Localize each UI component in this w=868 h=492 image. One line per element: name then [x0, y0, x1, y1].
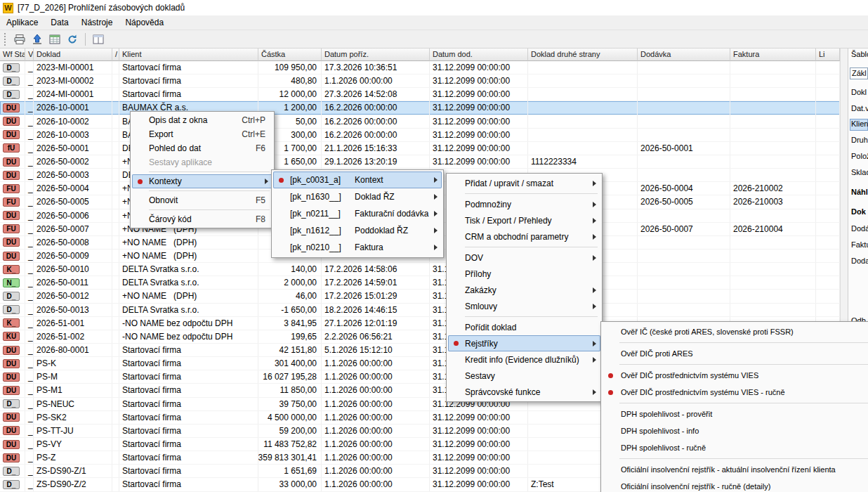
side-panel-item-dokl[interactable]: Dokl: [850, 87, 868, 99]
menu-item-obnovit[interactable]: ObnovitF5: [132, 193, 272, 207]
side-panel-item-doda[interactable]: Doda: [850, 256, 868, 268]
cell-sort: [112, 115, 119, 128]
table-row[interactable]: D__2023-MI-00002Startovací firma480,801.…: [0, 75, 840, 88]
menu-item-poridit-doklad[interactable]: Pořídit doklad: [448, 319, 600, 335]
print-icon[interactable]: [12, 32, 27, 47]
column-header-dds[interactable]: Doklad druhé strany: [528, 48, 638, 61]
cell-v: _: [25, 438, 34, 451]
menu-item-dov[interactable]: DOV: [448, 250, 600, 266]
menu-item-opis-dat-z-okna[interactable]: Opis dat z oknaCtrl+P: [132, 113, 272, 127]
menu-item-tisk-export-prehledy[interactable]: Tisk / Export / Přehledy: [448, 212, 600, 228]
cell-faktura: [730, 101, 816, 114]
menu-item-kontext[interactable]: [pk_c0031_a]Kontext: [273, 171, 442, 188]
table-row[interactable]: DU_2026-10-0002BA50,0016.2.2026 00:00:00…: [0, 115, 840, 129]
menu-item-oficialni-insolvencni-rejstrik-rucne-detai[interactable]: Oficiální insolvenční rejstřík - ručně (…: [603, 478, 868, 492]
menu-item-label: DOV: [465, 253, 483, 263]
menubar-item-aplikace[interactable]: Aplikace: [0, 16, 44, 29]
table-row[interactable]: fU_2026-50-0001DE1 700,0021.1.2026 15:16…: [0, 142, 840, 155]
cell-dodavka: 2026-50-0005: [638, 195, 730, 208]
side-panel-item-doda[interactable]: Dodá: [850, 224, 868, 235]
menu-item-faktura[interactable]: [pk_n0210__]Faktura: [273, 239, 442, 256]
refresh-icon[interactable]: [65, 32, 80, 47]
menu-item-pohled-do-dat[interactable]: Pohled do datF6: [132, 141, 272, 155]
cell-v: _: [25, 330, 34, 343]
column-header-wf[interactable]: Wf Stav: [0, 48, 25, 61]
table-row[interactable]: D__2024-MI-00001Startovací firma12 000,0…: [0, 88, 840, 101]
menu-separator: [465, 193, 598, 194]
menu-item-pridat-upravit-smazat[interactable]: Přidat / upravit / smazat: [448, 175, 600, 191]
column-header-sort[interactable]: /: [112, 48, 119, 61]
table-row[interactable]: DU_2026-10-0003BA300,0016.2.2026 00:00:0…: [0, 129, 840, 142]
table-row[interactable]: D__2023-MI-00001Startovací firma109 950,…: [0, 61, 840, 75]
column-header-dodavka[interactable]: Dodávka: [638, 48, 730, 61]
side-panel-item-sablo[interactable]: Šablo: [850, 49, 868, 61]
table-row[interactable]: N__2026-50-0011DELTA Svratka s.r.o.2 000…: [0, 276, 840, 290]
side-panel-item-dok[interactable]: Dok: [850, 207, 868, 219]
status-badge: D_: [3, 399, 20, 408]
menu-item-over-ic-ceske-proti-ares-slovenske-proti-f[interactable]: Ověř IČ (české proti ARES, slovenské pro…: [603, 323, 868, 340]
submenu-kontext: Přidat / upravit / smazatPodmnožinyTisk …: [446, 173, 603, 402]
titlebar: W [77_D_2026] Prohlížení zásobových dokl…: [0, 0, 868, 15]
table-row[interactable]: D__2026-50-0012+NO NAME (DPH)46,0017.2.2…: [0, 290, 840, 303]
side-panel-item-sklad[interactable]: Sklad: [850, 167, 868, 179]
cell-sort: [112, 169, 119, 181]
cell-doklad: 2026-50-0002: [34, 155, 112, 168]
menu-item-over-dic-proti-ares[interactable]: Ověř DIČ proti ARES: [603, 345, 868, 362]
export-icon[interactable]: [29, 32, 45, 47]
menu-item-podmnoziny[interactable]: Podmnožiny: [448, 196, 600, 212]
data-table-icon[interactable]: [47, 32, 63, 47]
column-header-klient[interactable]: Klient: [119, 48, 258, 61]
column-header-datum_dod[interactable]: Datum dod.: [430, 48, 528, 61]
menu-item-over-dic-prostrednictvim-systemu-vies[interactable]: Ověř DIČ prostřednictvím systému VIES: [603, 367, 868, 384]
column-header-castka[interactable]: Částka: [258, 48, 322, 61]
menubar-item-napoveda[interactable]: Nápověda: [119, 16, 170, 29]
table-row[interactable]: DU_2026-50-0002+N1 650,0029.1.2026 13:20…: [0, 155, 840, 169]
cell-wf: D_: [0, 478, 25, 491]
menubar-item-data[interactable]: Data: [44, 16, 74, 29]
menu-item-dph-spolehlivost-rucne[interactable]: DPH spolehlivost - ručně: [603, 439, 868, 456]
menu-item-zakazky[interactable]: Zakázky: [448, 282, 600, 298]
menu-item-oficialni-insolvencni-rejstrik-aktualni-in[interactable]: Oficiální insolvenční rejstřík - aktuáln…: [603, 461, 868, 478]
menu-item-kontexty[interactable]: Kontexty: [132, 174, 272, 188]
cell-castka: 109 950,00: [258, 61, 322, 74]
side-panel-item-druh[interactable]: Druh: [850, 135, 868, 147]
columns-icon[interactable]: [91, 32, 106, 47]
column-header-datum_poriz[interactable]: Datum poříz.: [322, 48, 430, 61]
column-header-v[interactable]: V: [25, 48, 34, 61]
cell-klient: Startovací firma: [119, 478, 258, 491]
side-panel-item-klien[interactable]: Klien: [850, 119, 868, 131]
menu-item-kredit-info-evidence-dluzniku[interactable]: Kredit info (Evidence dlužníků): [448, 351, 600, 368]
cell-wf: DU: [0, 411, 25, 424]
menu-item-rejstriky[interactable]: Rejstříky: [448, 335, 600, 351]
table-row[interactable]: D__2026-50-0013DELTA Svratka s.r.o.-1 65…: [0, 304, 840, 317]
menu-item-fakturacni-dodavka[interactable]: [pk_n0211__]Fakturační dodávka: [273, 205, 442, 222]
menu-item-over-dic-prostrednictvim-systemu-vies-rucn[interactable]: Ověř DIČ prostřednictvím systému VIES - …: [603, 384, 868, 401]
side-panel-item-nahl[interactable]: Náhl: [850, 187, 868, 199]
table-row[interactable]: K__2026-50-0010DELTA Svratka s.r.o.140,0…: [0, 263, 840, 276]
side-panel-item-poloz[interactable]: Polož: [850, 151, 868, 163]
column-header-doklad[interactable]: Doklad: [34, 48, 112, 61]
menu-item-dph-spolehlivost-proverit[interactable]: DPH spolehlivost - prověřit: [603, 406, 868, 422]
cell-dodavka: [638, 61, 730, 74]
menu-item-carovy-kod[interactable]: Čárový kódF8: [132, 212, 272, 226]
column-header-li[interactable]: Li: [816, 48, 840, 61]
side-panel-item-faktu[interactable]: Faktu: [850, 240, 868, 252]
menu-item-dph-spolehlivost-info[interactable]: DPH spolehlivost - info: [603, 422, 868, 439]
menu-item-sestavy[interactable]: Sestavy: [448, 368, 600, 384]
menu-item-doklad-rz[interactable]: [pk_n1630__]Doklad ŘZ: [273, 188, 442, 205]
cell-castka: 140,00: [258, 263, 322, 276]
menubar-item-nastroje[interactable]: Nástroje: [75, 16, 119, 29]
menu-item-smlouvy[interactable]: Smlouvy: [448, 298, 600, 314]
menu-item-export[interactable]: ExportCtrl+E: [132, 127, 272, 141]
recent-dot-icon: [608, 390, 613, 395]
cell-v: _: [25, 398, 34, 410]
menu-item-prilohy[interactable]: Přílohy: [448, 266, 600, 282]
side-panel-item-dat-v[interactable]: Dat.v: [850, 103, 868, 115]
side-panel-item-zakl[interactable]: Zákl: [850, 67, 868, 79]
menu-item-spravcovske-funkce[interactable]: Správcovské funkce: [448, 384, 600, 400]
cell-dodavka: [638, 101, 730, 114]
menu-item-crm-a-obchodni-parametry[interactable]: CRM a obchodní parametry: [448, 228, 600, 245]
menu-item-poddoklad-rz[interactable]: [pk_n1612__]Poddoklad ŘZ: [273, 222, 442, 239]
column-header-faktura[interactable]: Faktura: [730, 48, 816, 61]
table-row[interactable]: DU_2026-10-0001BAUMAX ČR a.s.1 200,0016.…: [0, 101, 840, 115]
